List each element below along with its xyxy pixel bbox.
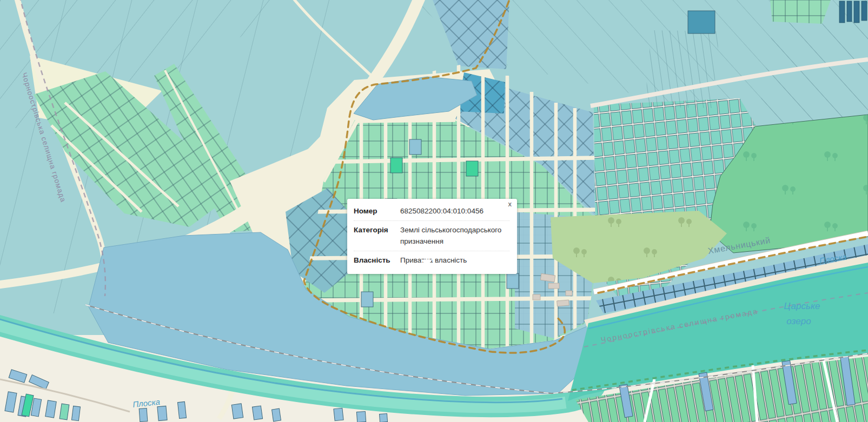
- popup-value-number: 6825082200:04:010:0456: [400, 206, 509, 217]
- map-application: Чорноострівська селищна громада Чорноост…: [0, 0, 868, 422]
- popup-pointer-arrow: [421, 259, 433, 266]
- label-lake-tsarske-line2: озеро: [786, 316, 811, 326]
- parcels-tight-strips-tr[interactable]: [645, 30, 719, 108]
- close-icon[interactable]: x: [508, 200, 512, 208]
- parcel-darkteal-tr[interactable]: [688, 11, 715, 34]
- popup-value-category: Землі сільськогосподарського призначення: [400, 225, 509, 247]
- popup-label-number: Номер: [354, 206, 395, 217]
- label-lake-tsarske-line1: Царське: [784, 301, 820, 311]
- popup-row-category: Категорія Землі сільськогосподарського п…: [354, 221, 509, 251]
- parcels-green-tr[interactable]: [770, 0, 831, 24]
- popup-value-ownership: Приватна власність: [400, 255, 509, 266]
- popup-label-ownership: Власність: [354, 255, 395, 266]
- popup-row-number: Номер 6825082200:04:010:0456: [354, 202, 509, 221]
- popup-label-category: Категорія: [354, 225, 395, 247]
